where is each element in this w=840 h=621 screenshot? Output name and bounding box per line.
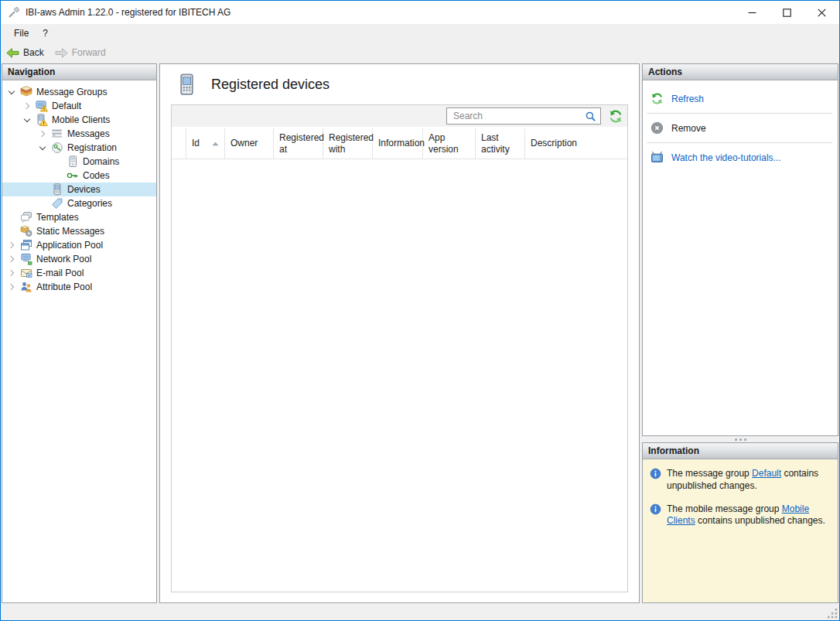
status-bar [1,603,839,620]
message-groups-icon [20,86,32,98]
main-panel: Registered devices IdOwnerRegistered atR… [159,63,640,603]
tree-item-categories[interactable]: Categories [2,196,156,210]
grid-refresh-icon[interactable] [608,109,623,124]
column-header-app-version[interactable]: App version [423,128,476,159]
column-header-description[interactable]: Description [525,128,627,159]
codes-icon [67,169,79,182]
maximize-button[interactable] [770,1,804,24]
splitter-dot [744,438,746,441]
actions-list: RefreshRemoveWatch the video-tutorials..… [643,80,838,172]
information-note: The mobile message group Mobile Clients … [650,503,831,528]
application-pool-icon [20,239,32,251]
workspace: Navigation Message GroupsDefaultMobile C… [1,63,839,603]
mobile-clients-icon [36,114,48,126]
chevron-collapsed-icon[interactable] [5,267,19,279]
tree-item-registration[interactable]: Registration [2,141,156,155]
chevron-collapsed-icon[interactable] [5,253,19,265]
tree-item-codes[interactable]: Codes [2,169,156,183]
chevron-expanded-icon[interactable] [36,142,50,154]
minimize-icon [748,9,756,17]
column-header-owner[interactable]: Owner [225,128,274,159]
action-remove[interactable]: Remove [643,114,838,142]
tree-item-label: Templates [36,212,79,223]
chevron-collapsed-icon[interactable] [5,281,19,293]
splitter-dot [739,438,742,441]
info-icon [650,468,661,479]
menu-item-file[interactable]: File [7,26,36,41]
information-note-text: The mobile message group Mobile Clients … [667,503,831,528]
tree-item-devices[interactable]: Devices [2,183,156,196]
tree-item-network-pool[interactable]: Network Pool [2,252,156,266]
action-refresh[interactable]: Refresh [643,84,838,113]
column-header-registered-at[interactable]: Registered at [274,128,323,159]
tree-item-application-pool[interactable]: Application Pool [2,238,156,252]
grid-toolbar [172,105,627,128]
static-messages-icon [20,225,32,237]
resize-grip[interactable] [827,608,838,619]
default-group-icon [36,100,48,112]
action-label: Watch the video-tutorials... [671,152,781,163]
back-arrow-icon [6,47,19,59]
column-header-id[interactable]: Id [186,128,225,159]
information-notes: The message group Default contains unpub… [643,459,838,602]
column-header-registered-with[interactable]: Registered with [323,128,373,159]
panel-splitter-handle[interactable] [642,436,838,442]
tree-item-label: Messages [67,128,110,139]
chevron-spacer [5,225,19,237]
splitter-dot [735,438,737,441]
chevron-expanded-icon[interactable] [5,86,19,98]
note-link-default[interactable]: Default [752,468,781,479]
tree-item-label: Attribute Pool [36,281,92,292]
tree-item-label: Codes [83,170,110,181]
note-prefix: The mobile message group [667,503,782,514]
domains-icon [67,155,79,168]
tree-item-static-messages[interactable]: Static Messages [2,224,156,238]
forward-button[interactable]: Forward [53,46,108,60]
chevron-spacer [36,183,50,196]
tree-item-default[interactable]: Default [2,99,156,113]
maximize-icon [783,9,791,17]
chevron-collapsed-icon[interactable] [36,128,50,140]
column-header-information[interactable]: Information [373,128,423,159]
column-header-blank[interactable] [172,128,186,159]
chevron-spacer [51,155,65,168]
column-label: Registered at [279,132,324,155]
tree-item-label: Default [52,101,81,111]
column-header-last-activity[interactable]: Last activity [476,128,525,159]
chevron-expanded-icon[interactable] [20,114,34,126]
search-input[interactable] [447,108,585,124]
templates-icon [20,211,32,223]
close-button[interactable] [804,1,839,24]
note-suffix: contains unpublished changes. [695,515,825,526]
tree-item-label: Message Groups [36,87,107,97]
tree-item-message-groups[interactable]: Message Groups [2,85,156,99]
tree-item-domains[interactable]: Domains [2,155,156,169]
back-button[interactable]: Back [4,46,46,60]
chevron-collapsed-icon[interactable] [5,239,19,251]
column-label: Id [192,138,200,149]
search-box [446,107,601,125]
title-bar: IBI-aws Admin 1.22.0 - registered for IB… [1,1,839,24]
column-label: Owner [230,138,258,149]
tree-item-label: E-mail Pool [36,268,84,278]
column-label: Description [531,138,577,149]
sort-ascending-icon [212,142,219,146]
tree-item-attribute-pool[interactable]: Attribute Pool [2,280,156,294]
tree-item-e-mail-pool[interactable]: E-mail Pool [2,266,156,280]
tree-item-messages[interactable]: Messages [2,127,156,141]
minimize-button[interactable] [735,1,770,24]
tree-item-label: Domains [83,156,119,167]
column-label: Information [378,138,425,149]
menu-item-help[interactable]: ? [36,26,55,41]
note-prefix: The message group [667,468,752,479]
registration-icon [51,142,63,154]
tree-item-mobile-clients[interactable]: Mobile Clients [2,113,156,127]
menu-bar: File ? [1,24,839,43]
categories-icon [51,197,63,210]
tree-item-templates[interactable]: Templates [2,210,156,224]
window-title: IBI-aws Admin 1.22.0 - registered for IB… [26,7,230,18]
action-watch-the-video-tutorials[interactable]: Watch the video-tutorials... [643,143,838,172]
grid-header: IdOwnerRegistered atRegistered withInfor… [172,128,627,159]
search-icon[interactable] [585,111,596,122]
chevron-collapsed-icon[interactable] [20,100,34,112]
